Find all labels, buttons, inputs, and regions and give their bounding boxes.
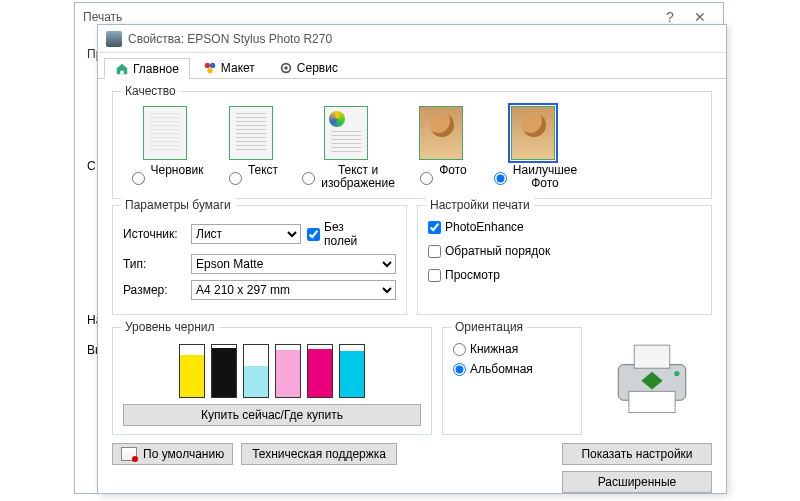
printer-icon [106, 31, 122, 47]
svg-point-4 [284, 66, 288, 70]
size-select[interactable]: A4 210 x 297 mm [191, 280, 396, 300]
type-select[interactable]: Epson Matte [191, 254, 396, 274]
svg-rect-7 [629, 391, 675, 412]
quality-draft[interactable]: Черновик [129, 106, 201, 190]
ink-lightcyan [243, 344, 269, 398]
buy-ink-button[interactable]: Купить сейчас/Где купить [123, 404, 421, 426]
paper-legend: Параметры бумаги [121, 198, 235, 212]
close-icon[interactable]: ✕ [685, 9, 715, 25]
ink-group: Уровень чернил Купить сейчас/Где купить [112, 327, 432, 435]
help-icon[interactable]: ? [655, 9, 685, 25]
size-label: Размер: [123, 283, 185, 297]
show-settings-button[interactable]: Показать настройки [562, 443, 712, 465]
orient-legend: Ориентация [451, 320, 527, 334]
reverse-order-checkbox[interactable]: Обратный порядок [428, 244, 701, 258]
ink-yellow [179, 344, 205, 398]
quality-group: Качество Черновик Текст Текст и изображе… [112, 91, 712, 199]
print-settings-group: Настройки печати PhotoEnhance Обратный п… [417, 205, 712, 315]
bg-text-fragment2: С [87, 159, 96, 173]
default-button[interactable]: По умолчанию [112, 443, 233, 465]
advanced-button[interactable]: Расширенные [562, 471, 712, 493]
quality-legend: Качество [121, 84, 180, 98]
quality-text[interactable]: Текст [215, 106, 287, 190]
preview-checkbox[interactable]: Просмотр [428, 268, 701, 282]
svg-point-2 [207, 68, 212, 73]
printer-image [592, 321, 712, 435]
type-label: Тип: [123, 257, 185, 271]
ink-lightmagenta [275, 344, 301, 398]
settings-legend: Настройки печати [426, 198, 534, 212]
portrait-radio[interactable]: Книжная [453, 342, 571, 356]
tab-main[interactable]: Главное [104, 58, 190, 79]
layout-icon [203, 61, 217, 75]
ink-magenta [307, 344, 333, 398]
properties-dialog: Свойства: EPSON Stylus Photo R270 Главно… [97, 24, 727, 494]
tab-layout[interactable]: Макет [192, 57, 266, 78]
svg-rect-6 [634, 345, 670, 368]
print-title: Печать [83, 10, 122, 24]
printer-icon-large [607, 338, 697, 418]
borderless-checkbox[interactable]: Без полей [307, 220, 369, 248]
paper-group: Параметры бумаги Источник: Лист Без поле… [112, 205, 407, 315]
tab-service[interactable]: Сервис [268, 57, 349, 78]
svg-point-9 [674, 371, 679, 376]
source-select[interactable]: Лист [191, 224, 301, 244]
landscape-radio[interactable]: Альбомная [453, 362, 571, 376]
gear-icon [279, 61, 293, 75]
properties-titlebar: Свойства: EPSON Stylus Photo R270 [98, 25, 726, 53]
tab-strip: Главное Макет Сервис [98, 53, 726, 79]
ink-bars [123, 342, 421, 404]
quality-text-image[interactable]: Текст и изображение [301, 106, 391, 190]
home-icon [115, 62, 129, 76]
source-label: Источник: [123, 227, 185, 241]
quality-photo[interactable]: Фото [405, 106, 477, 190]
quality-best-photo[interactable]: Наилучшее Фото [491, 106, 575, 190]
properties-title: Свойства: EPSON Stylus Photo R270 [128, 32, 332, 46]
ink-black [211, 344, 237, 398]
orientation-group: Ориентация Книжная Альбомная [442, 327, 582, 435]
tech-support-button[interactable]: Техническая поддержка [241, 443, 397, 465]
svg-point-1 [210, 63, 215, 68]
svg-point-0 [205, 63, 210, 68]
photoenhance-checkbox[interactable]: PhotoEnhance [428, 220, 701, 234]
default-icon [121, 447, 137, 461]
ink-legend: Уровень чернил [121, 320, 219, 334]
ink-cyan [339, 344, 365, 398]
